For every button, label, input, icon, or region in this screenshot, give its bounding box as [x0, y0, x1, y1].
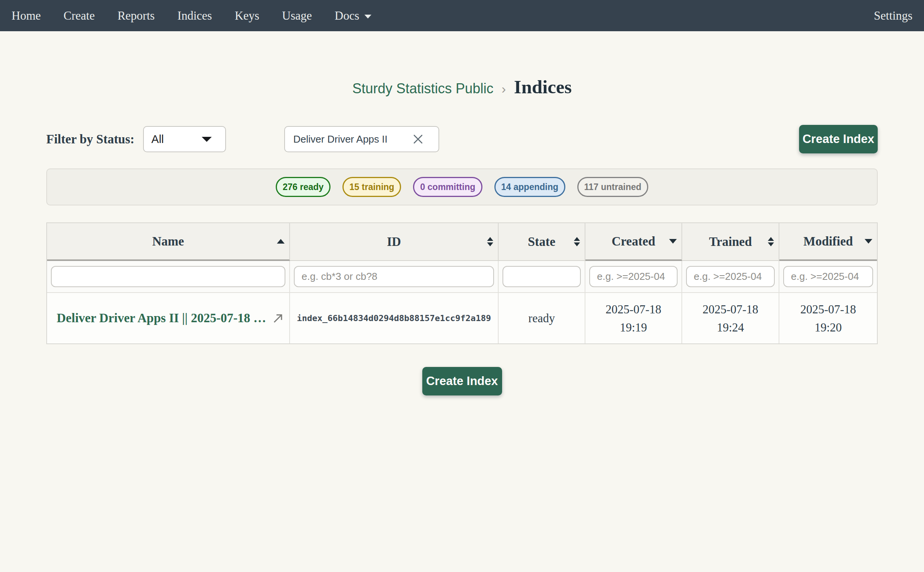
- index-created-cell: 2025-07-18 19:19: [585, 293, 682, 343]
- select-caret-icon: [202, 137, 212, 142]
- name-filter-input[interactable]: [51, 266, 285, 287]
- breadcrumb: Sturdy Statistics Public › Indices: [0, 31, 924, 98]
- sort-both-icon: [574, 237, 580, 246]
- page-title: Indices: [514, 76, 572, 98]
- badge-committing[interactable]: 0 committing: [413, 177, 482, 197]
- filter-by-status-label: Filter by Status:: [46, 132, 135, 146]
- index-trained-cell: 2025-07-18 19:24: [682, 293, 779, 343]
- table-row: Deliver Driver Apps II || 2025-07-18 … i…: [47, 293, 877, 343]
- nav-item-keys[interactable]: Keys: [235, 9, 260, 23]
- status-filter-value: All: [152, 133, 164, 146]
- column-header-created-label: Created: [612, 234, 655, 249]
- sort-desc-icon: [669, 239, 677, 244]
- badge-untrained[interactable]: 117 untrained: [577, 177, 648, 197]
- breadcrumb-parent-link[interactable]: Sturdy Statistics Public: [352, 81, 493, 97]
- nav-item-reports[interactable]: Reports: [118, 9, 155, 23]
- column-header-modified[interactable]: Modified: [779, 223, 877, 261]
- index-name-link[interactable]: Deliver Driver Apps II || 2025-07-18 …: [57, 311, 266, 325]
- clear-search-icon[interactable]: [413, 134, 423, 145]
- sort-asc-icon: [277, 239, 285, 244]
- nav-item-docs[interactable]: Docs: [335, 9, 371, 23]
- bottom-action-bar: Create Index: [0, 367, 924, 395]
- nav-item-home-label: Home: [12, 9, 41, 23]
- create-index-button-top[interactable]: Create Index: [799, 125, 878, 153]
- search-box: [284, 126, 439, 152]
- status-filter-select[interactable]: All: [143, 126, 226, 152]
- column-header-id[interactable]: ID: [290, 223, 499, 261]
- created-filter-input[interactable]: [589, 266, 678, 287]
- modified-time: 19:20: [814, 318, 842, 336]
- trained-date: 2025-07-18: [703, 300, 759, 318]
- nav-item-settings[interactable]: Settings: [874, 9, 912, 23]
- nav-item-home[interactable]: Home: [12, 9, 41, 23]
- state-filter-input[interactable]: [502, 266, 581, 287]
- index-state-cell: ready: [499, 293, 585, 343]
- nav-item-docs-label: Docs: [335, 9, 359, 23]
- trained-time: 19:24: [717, 318, 744, 336]
- indices-table: Name ID State Created Trained Modified: [46, 222, 878, 344]
- column-header-created[interactable]: Created: [585, 223, 682, 261]
- nav-item-create[interactable]: Create: [64, 9, 95, 23]
- search-input[interactable]: [293, 133, 413, 145]
- column-header-trained-label: Trained: [709, 235, 752, 249]
- column-header-trained[interactable]: Trained: [682, 223, 779, 261]
- trained-filter-input[interactable]: [686, 266, 775, 287]
- badge-ready[interactable]: 276 ready: [276, 177, 330, 197]
- column-header-id-label: ID: [387, 235, 401, 249]
- sort-both-icon: [487, 237, 493, 246]
- nav-item-indices-label: Indices: [177, 9, 212, 23]
- chevron-down-icon: [364, 15, 371, 19]
- status-counts-bar: 276 ready 15 training 0 committing 14 ap…: [46, 168, 878, 205]
- nav-item-create-label: Create: [64, 9, 95, 23]
- column-header-modified-label: Modified: [803, 234, 853, 249]
- column-header-state-label: State: [528, 235, 555, 249]
- nav-item-keys-label: Keys: [235, 9, 260, 23]
- nav-item-indices[interactable]: Indices: [177, 9, 212, 23]
- created-date: 2025-07-18: [605, 300, 661, 318]
- filter-toolbar: Filter by Status: All Create Index: [46, 126, 878, 152]
- main-content: Sturdy Statistics Public › Indices Filte…: [0, 31, 924, 395]
- nav-menu: Home Create Reports Indices Keys Usage D…: [12, 9, 371, 23]
- column-header-name[interactable]: Name: [47, 223, 290, 261]
- top-navbar: Home Create Reports Indices Keys Usage D…: [0, 0, 924, 31]
- badge-appending[interactable]: 14 appending: [494, 177, 565, 197]
- created-time: 19:19: [620, 318, 647, 336]
- create-index-button-bottom[interactable]: Create Index: [422, 367, 502, 395]
- column-header-state[interactable]: State: [499, 223, 585, 261]
- id-filter-input[interactable]: [294, 266, 494, 287]
- sort-desc-icon: [865, 239, 872, 244]
- external-link-icon[interactable]: [272, 313, 284, 324]
- breadcrumb-separator-icon: ›: [502, 81, 506, 96]
- sort-both-icon: [768, 237, 774, 246]
- table-filter-row: [47, 261, 877, 293]
- index-id-cell: index_66b14834d0294d8b88157e1cc9f2a189: [290, 293, 499, 343]
- index-modified-cell: 2025-07-18 19:20: [779, 293, 877, 343]
- modified-filter-input[interactable]: [783, 266, 873, 287]
- table-header-row: Name ID State Created Trained Modified: [47, 223, 877, 261]
- badge-training[interactable]: 15 training: [342, 177, 401, 197]
- modified-date: 2025-07-18: [800, 300, 856, 318]
- nav-item-reports-label: Reports: [118, 9, 155, 23]
- column-header-name-label: Name: [152, 234, 184, 249]
- nav-item-usage[interactable]: Usage: [282, 9, 312, 23]
- nav-item-usage-label: Usage: [282, 9, 312, 23]
